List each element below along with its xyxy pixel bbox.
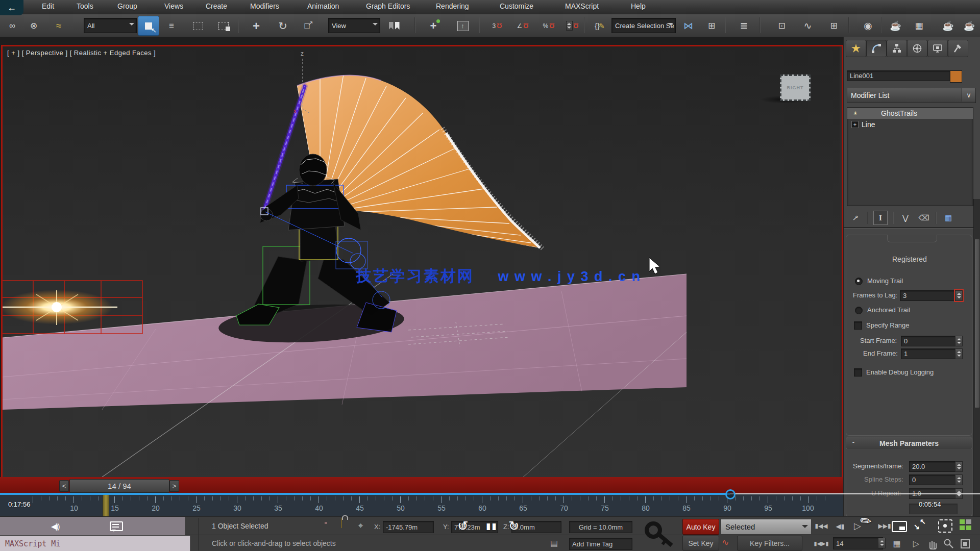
current-frame-field[interactable]: 14 — [833, 537, 883, 549]
tab-motion[interactable] — [907, 40, 927, 57]
set-key-button[interactable]: Set Key — [682, 536, 719, 550]
key-filters-button[interactable]: Key Filters... — [737, 536, 802, 550]
percent-snap-toggle-icon[interactable]: %Ω — [541, 16, 557, 36]
tab-utilities[interactable] — [948, 40, 968, 57]
select-and-place-button[interactable]: + — [423, 16, 444, 36]
snaps-toggle-icon[interactable]: 3Ω — [488, 16, 506, 36]
modifier-list-chevron-icon[interactable]: ∨ — [962, 88, 975, 102]
menu-views[interactable]: Views — [164, 2, 183, 10]
specify-range-checkbox[interactable] — [854, 321, 862, 330]
spline-steps-field[interactable]: 0 — [909, 474, 958, 485]
add-time-tag-field[interactable]: Add Time Tag — [569, 538, 632, 550]
viewport-label[interactable]: [ + ] [ Perspective ] [ Realistic + Edge… — [7, 49, 156, 57]
x-coordinate-field[interactable]: -1745.79m — [383, 521, 434, 533]
volume-icon[interactable]: ◀)) — [51, 522, 59, 531]
next-frame-nav-button[interactable]: ▷ — [910, 536, 923, 550]
manage-layers-icon[interactable]: ≣ — [734, 16, 754, 36]
render-production-icon[interactable]: ☕ — [938, 16, 958, 36]
frame-field-spinner[interactable] — [878, 538, 886, 548]
render-iterative-icon[interactable]: ☕ — [960, 16, 979, 36]
remove-modifier-icon[interactable]: ⌫ — [917, 211, 930, 224]
lightbulb-icon[interactable]: ☀ — [851, 109, 860, 117]
menu-group[interactable]: Group — [117, 2, 137, 10]
select-and-rotate-icon[interactable]: ↻ — [274, 16, 292, 36]
maximize-viewport-icon[interactable] — [960, 538, 971, 549]
window-crossing-button[interactable] — [213, 16, 234, 36]
pin-stack-icon[interactable]: ⊸ — [846, 209, 865, 228]
render-setup-icon[interactable]: ☕ — [886, 16, 905, 36]
end-frame-spinner[interactable] — [955, 348, 963, 359]
frames-to-lag-field[interactable]: 3 — [900, 290, 958, 301]
video-progress-remaining[interactable] — [730, 493, 980, 494]
go-to-start-button[interactable]: ▮◀◀ — [814, 519, 829, 533]
menu-tools[interactable]: Tools — [77, 2, 93, 10]
schematic-view-icon[interactable]: ⊞ — [824, 16, 844, 36]
green-blocks-icon[interactable] — [960, 519, 973, 531]
spinner-snap-toggle-icon[interactable]: Ω — [564, 16, 581, 36]
object-color-swatch[interactable] — [950, 70, 962, 83]
segments-frame-field[interactable]: 20.0 — [909, 461, 958, 472]
go-to-end-button[interactable]: ▶▶▮ — [876, 519, 893, 533]
key-mode-toggle-button[interactable]: ▮◀▶▮ — [814, 536, 829, 550]
menu-create[interactable]: Create — [206, 2, 227, 10]
menu-animation[interactable]: Animation — [307, 2, 339, 10]
modifier-list-dropdown[interactable]: Modifier List ∨ — [847, 88, 976, 103]
panel-scrollbar-thumb[interactable] — [974, 239, 980, 408]
bind-to-spacewarp-icon[interactable]: ≈ — [48, 16, 69, 36]
tab-create[interactable] — [846, 40, 866, 57]
menu-edit[interactable]: Edit — [42, 2, 54, 10]
stack-item-line[interactable]: + Line — [847, 119, 973, 130]
material-editor-icon[interactable]: ◉ — [858, 16, 878, 36]
rewind-10-button[interactable]: ↺ 10 — [457, 518, 469, 534]
theater-mode-icon[interactable] — [938, 519, 952, 533]
enable-debug-logging-checkbox[interactable] — [854, 368, 862, 377]
current-frame-marker[interactable] — [103, 494, 109, 518]
rectangular-selection-region-button[interactable] — [188, 16, 208, 36]
align-icon[interactable]: ⊞ — [703, 16, 720, 36]
default-in-out-tangent-icon[interactable]: ∿ — [722, 537, 729, 548]
time-configuration-button[interactable]: ▦ — [889, 536, 904, 550]
select-object-button[interactable]: ↖ — [138, 16, 159, 36]
tab-modify[interactable] — [866, 40, 887, 57]
toggle-scene-explorer-icon[interactable]: ⊡ — [771, 16, 792, 36]
key-mode-dropdown[interactable]: Selected — [721, 519, 812, 535]
select-and-manipulate-button[interactable] — [384, 16, 404, 36]
select-and-move-icon[interactable]: + — [247, 16, 265, 36]
select-and-link-icon[interactable]: ∞ — [3, 16, 21, 36]
edit-named-selection-sets-button[interactable]: {} ✎ — [590, 16, 610, 36]
comments-icon[interactable] — [110, 521, 123, 531]
tab-display[interactable] — [927, 40, 948, 57]
next-frame-arrow[interactable]: > — [169, 480, 179, 492]
layer-explorer-button[interactable]: ↑ — [452, 16, 473, 36]
selection-lock-icon[interactable] — [341, 519, 342, 528]
maxscript-mini-listener[interactable]: MAXScript Mi — [0, 536, 190, 551]
auto-key-button[interactable]: Auto Key — [682, 519, 719, 535]
pause-button[interactable]: ▮▮ — [486, 521, 498, 532]
select-by-name-icon[interactable]: ≡ — [162, 16, 181, 36]
forward-30-button[interactable]: ↻ 30 — [508, 518, 520, 534]
show-end-result-icon[interactable]: I — [873, 211, 888, 225]
previous-frame-button[interactable]: ◀▮ — [833, 519, 847, 533]
select-and-scale-button[interactable]: □ ↗ — [300, 16, 318, 36]
rendered-frame-window-icon[interactable]: ▦ — [909, 16, 929, 36]
zoom-icon[interactable] — [943, 538, 954, 549]
object-name-field[interactable]: Line001 — [847, 70, 950, 81]
back-button[interactable]: ← — [0, 0, 23, 15]
named-selection-set-dropdown[interactable]: Create Selection Se — [611, 18, 676, 33]
angle-snap-toggle-icon[interactable]: ∠Ω — [514, 16, 531, 36]
time-slider-track[interactable]: < 14 / 94 > — [0, 477, 843, 494]
unlink-selection-icon[interactable]: ⊗ — [24, 16, 43, 36]
curve-editor-icon[interactable]: ∿ — [797, 16, 818, 36]
stack-item-ghosttrails[interactable]: ☀ GhostTrails — [847, 108, 973, 119]
reference-coordinate-dropdown[interactable]: View — [328, 18, 380, 33]
tab-hierarchy[interactable] — [887, 40, 907, 57]
pan-hand-icon[interactable] — [927, 538, 939, 549]
menu-rendering[interactable]: Rendering — [436, 2, 469, 10]
anchored-trail-radio[interactable] — [855, 307, 863, 314]
end-frame-field[interactable]: 1 — [901, 348, 958, 359]
coordinate-center-icon[interactable]: ⌖ — [358, 521, 363, 531]
time-slider-handle[interactable]: 14 / 94 — [69, 479, 169, 493]
resize-arrows-icon[interactable]: ↖ ↘ — [914, 517, 929, 533]
selection-filter-dropdown[interactable]: All — [84, 18, 137, 33]
configure-modifier-sets-icon[interactable]: ▦ — [942, 211, 955, 224]
